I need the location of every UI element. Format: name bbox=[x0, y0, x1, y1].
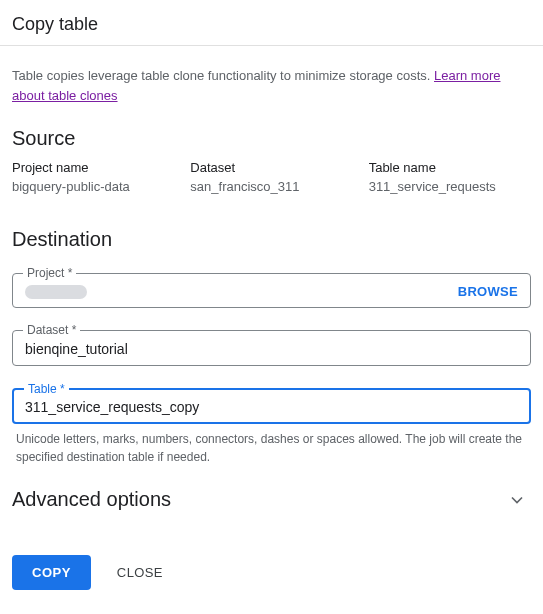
source-dataset: Dataset san_francisco_311 bbox=[190, 160, 352, 194]
destination-heading: Destination bbox=[10, 224, 533, 261]
source-project-value: bigquery-public-data bbox=[12, 179, 174, 194]
dataset-input[interactable] bbox=[25, 341, 518, 357]
advanced-options-label: Advanced options bbox=[12, 488, 171, 511]
dataset-field-label: Dataset * bbox=[23, 323, 80, 337]
source-project-label: Project name bbox=[12, 160, 174, 175]
table-helper-text: Unicode letters, marks, numbers, connect… bbox=[10, 424, 533, 466]
source-project: Project name bigquery-public-data bbox=[12, 160, 174, 194]
dialog-actions: COPY CLOSE bbox=[10, 521, 533, 594]
close-button[interactable]: CLOSE bbox=[109, 555, 171, 590]
project-value-redacted bbox=[25, 285, 87, 299]
source-table-label: Table name bbox=[369, 160, 531, 175]
table-field-label: Table * bbox=[24, 382, 69, 396]
dataset-field[interactable]: Dataset * bbox=[12, 330, 531, 366]
table-field[interactable]: Table * bbox=[12, 388, 531, 424]
browse-button[interactable]: BROWSE bbox=[458, 284, 518, 299]
source-table-value: 311_service_requests bbox=[369, 179, 531, 194]
info-text: Table copies leverage table clone functi… bbox=[10, 66, 533, 123]
project-field[interactable]: Project * BROWSE bbox=[12, 273, 531, 308]
chevron-down-icon bbox=[507, 490, 527, 510]
source-table: Table name 311_service_requests bbox=[369, 160, 531, 194]
project-field-label: Project * bbox=[23, 266, 76, 280]
dialog-title: Copy table bbox=[10, 8, 533, 45]
source-grid: Project name bigquery-public-data Datase… bbox=[10, 160, 533, 206]
source-heading: Source bbox=[10, 123, 533, 160]
copy-button[interactable]: COPY bbox=[12, 555, 91, 590]
copy-table-dialog: Copy table Table copies leverage table c… bbox=[0, 0, 543, 610]
source-dataset-label: Dataset bbox=[190, 160, 352, 175]
divider bbox=[0, 45, 543, 46]
table-input[interactable] bbox=[25, 399, 518, 415]
source-dataset-value: san_francisco_311 bbox=[190, 179, 352, 194]
info-body: Table copies leverage table clone functi… bbox=[12, 68, 434, 83]
advanced-options-toggle[interactable]: Advanced options bbox=[10, 466, 533, 521]
